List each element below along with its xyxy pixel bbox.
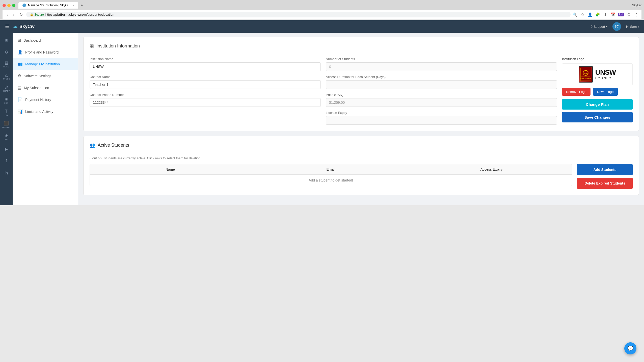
rail-item-linkedin[interactable]: in bbox=[1, 168, 12, 179]
url-domain: platform.skyciv.com bbox=[55, 13, 87, 16]
home-icon: ⊞ bbox=[5, 38, 8, 42]
url-display: https://platform.skyciv.com/account/educ… bbox=[45, 13, 114, 16]
toolbar-icons: 🔍 ☆ 👤 🧩 ⬇ 📅 LH G ⋮ bbox=[573, 12, 639, 17]
rail-item-home[interactable]: ⊞ bbox=[1, 34, 12, 45]
icon-rail: ⊞ ⚙ ▦ BEAM △ TRUSS ◎ SHAFT ▣ 3SD T SB ⬛ … bbox=[0, 32, 13, 205]
minimize-window-button[interactable] bbox=[7, 4, 11, 7]
support-link[interactable]: ? Support ▾ bbox=[591, 25, 607, 29]
sidebar-institution-left: 👥 Manage My Institution bbox=[18, 62, 60, 66]
sidebar-item-profile[interactable]: 👤 Profile and Password bbox=[13, 46, 78, 58]
address-bar[interactable]: 🔒 Secure https://platform.skyciv.com/acc… bbox=[26, 12, 571, 17]
unsw-sub-text: SYDNEY bbox=[595, 76, 616, 80]
contact-name-input[interactable] bbox=[90, 80, 321, 89]
rail-item-design[interactable]: ⬛ DESIGN bbox=[1, 119, 12, 130]
active-students-card: 👥 Active Students 0 out of 0 students ar… bbox=[83, 136, 639, 195]
tab-favicon bbox=[22, 4, 26, 7]
institution-name-group: Institution Name bbox=[90, 57, 321, 71]
refresh-button[interactable]: ↻ bbox=[18, 12, 24, 17]
logo-icon: ☁ bbox=[13, 24, 17, 29]
form-col-2: Number of Students Access Duration for E… bbox=[326, 57, 557, 125]
licence-expiry-label: Licence Expiry bbox=[326, 111, 557, 115]
sidebar-item-software[interactable]: ⚙ Software Settings bbox=[13, 70, 78, 82]
avatar[interactable]: SC bbox=[612, 22, 621, 31]
beam-label: BEAM bbox=[3, 66, 9, 68]
payment-icon: 📄 bbox=[18, 97, 23, 102]
close-window-button[interactable] bbox=[3, 4, 6, 7]
bookmark-icon[interactable]: ☆ bbox=[580, 12, 585, 17]
remove-logo-button[interactable]: Remove Logo bbox=[562, 88, 591, 96]
access-duration-input[interactable] bbox=[326, 80, 557, 89]
price-input[interactable] bbox=[326, 98, 557, 107]
shaft-icon: ◎ bbox=[5, 85, 8, 89]
profile-icon[interactable]: 👤 bbox=[588, 12, 593, 17]
rail-item-api[interactable]: ◈ API bbox=[1, 131, 12, 142]
rail-item-settings[interactable]: ⚙ bbox=[1, 46, 12, 58]
sidebar: ⊞ Dashboard 👤 Profile and Password 👥 Man… bbox=[13, 32, 78, 205]
students-actions: Add Students Delete Expired Students bbox=[577, 164, 633, 189]
beam-icon: ▦ bbox=[5, 60, 8, 65]
licence-expiry-group: Licence Expiry bbox=[326, 111, 557, 125]
download-icon[interactable]: ⬇ bbox=[603, 12, 608, 17]
facebook-icon: f bbox=[6, 159, 7, 163]
sidebar-item-payment[interactable]: 📄 Payment History bbox=[13, 94, 78, 106]
forward-button[interactable]: › bbox=[11, 12, 16, 17]
add-students-button[interactable]: Add Students bbox=[577, 164, 633, 175]
new-image-button[interactable]: New Image bbox=[593, 88, 618, 96]
new-tab-button[interactable]: + bbox=[78, 2, 85, 8]
logo-area: Institution Logo UNSW bbox=[562, 57, 633, 122]
youtube-icon: ▶ bbox=[5, 147, 8, 151]
linkedin-icon: in bbox=[5, 171, 8, 175]
rail-item-beam[interactable]: ▦ BEAM bbox=[1, 59, 12, 70]
grammarly-icon[interactable]: G bbox=[626, 12, 631, 17]
back-button[interactable]: ‹ bbox=[5, 12, 9, 17]
extension-icon[interactable]: 🧩 bbox=[595, 12, 600, 17]
rail-item-truss[interactable]: △ TRUSS bbox=[1, 71, 12, 82]
browser-chrome: Manage My Institution | SkyCi... × + Sky… bbox=[0, 0, 644, 19]
change-plan-button[interactable]: Change Plan bbox=[562, 99, 633, 110]
support-chevron-icon: ▾ bbox=[606, 25, 607, 28]
sidebar-item-subscription[interactable]: ▤ My Subscription bbox=[13, 82, 78, 94]
app-header: ☰ ☁ SkyCiv ? Support ▾ SC Hi Sam ▾ bbox=[0, 20, 644, 33]
unsw-crest: UNSW MANU ET MENTE bbox=[579, 66, 593, 83]
support-label: Support bbox=[594, 25, 605, 29]
students-table-area: Name Email Access Expiry Add a student t… bbox=[90, 164, 572, 186]
maximize-window-button[interactable] bbox=[12, 4, 15, 7]
save-changes-button[interactable]: Save Changes bbox=[562, 112, 633, 122]
logo-text: SkyCiv bbox=[19, 24, 35, 29]
contact-phone-label: Contact Phone Number bbox=[90, 93, 321, 97]
app-logo: ☁ SkyCiv bbox=[13, 24, 35, 29]
active-students-title: 👥 Active Students bbox=[90, 142, 633, 151]
institution-name-input[interactable] bbox=[90, 62, 321, 71]
sidebar-item-dashboard[interactable]: ⊞ Dashboard bbox=[13, 34, 78, 46]
search-icon[interactable]: 🔍 bbox=[573, 12, 578, 17]
hamburger-menu[interactable]: ☰ bbox=[5, 24, 9, 29]
tab-close-button[interactable]: × bbox=[73, 4, 74, 7]
3sd-icon: ▣ bbox=[5, 97, 8, 101]
institution-info-heading: Institution Information bbox=[96, 43, 140, 49]
licence-expiry-input[interactable] bbox=[326, 116, 557, 125]
browser-tab[interactable]: Manage My Institution | SkyCi... × bbox=[18, 2, 78, 9]
svg-text:MANU ET MENTE: MANU ET MENTE bbox=[580, 78, 591, 80]
calendar-icon[interactable]: 📅 bbox=[610, 12, 615, 17]
rail-item-facebook[interactable]: f bbox=[1, 156, 12, 167]
contact-phone-input[interactable] bbox=[90, 98, 321, 107]
rail-item-sb[interactable]: T SB bbox=[1, 107, 12, 118]
rail-item-youtube[interactable]: ▶ bbox=[1, 143, 12, 154]
logo-label: Institution Logo bbox=[562, 57, 633, 61]
sidebar-item-limits[interactable]: 📊 Limits and Activity bbox=[13, 106, 78, 117]
more-icon[interactable]: ⋮ bbox=[634, 12, 639, 17]
sidebar-subscription-label: My Subscription bbox=[24, 86, 49, 90]
api-icon: ◈ bbox=[5, 133, 8, 138]
sidebar-software-left: ⚙ Software Settings bbox=[18, 73, 51, 78]
num-students-input[interactable] bbox=[326, 62, 557, 71]
sidebar-item-institution[interactable]: 👥 Manage My Institution bbox=[13, 58, 78, 70]
hi-label: Hi Sam bbox=[626, 25, 637, 29]
delete-expired-button[interactable]: Delete Expired Students bbox=[577, 178, 633, 189]
hi-user-label[interactable]: Hi Sam ▾ bbox=[626, 25, 639, 29]
rail-item-3sd[interactable]: ▣ 3SD bbox=[1, 95, 12, 106]
browser-toolbar: ‹ › ↻ 🔒 Secure https://platform.skyciv.c… bbox=[3, 10, 641, 19]
students-section-layout: Name Email Access Expiry Add a student t… bbox=[90, 164, 633, 189]
rail-item-shaft[interactable]: ◎ SHAFT bbox=[1, 83, 12, 94]
lh-extension-badge[interactable]: LH bbox=[618, 13, 624, 16]
header-right: ? Support ▾ SC Hi Sam ▾ bbox=[591, 22, 639, 31]
